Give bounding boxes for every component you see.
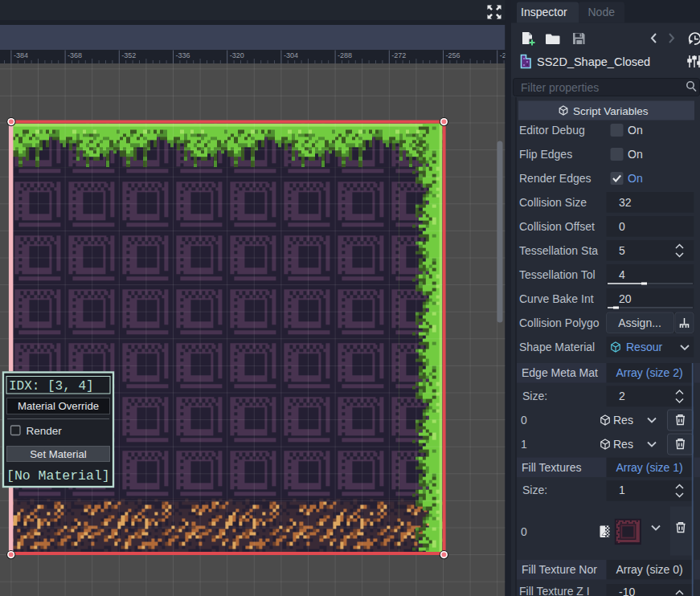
svg-text:Size:: Size: (522, 484, 547, 496)
svg-text:20: 20 (619, 292, 632, 305)
svg-text:Script Variables: Script Variables (573, 105, 649, 117)
svg-text:Collision Polygo: Collision Polygo (519, 316, 600, 329)
svg-text:On: On (628, 124, 643, 137)
svg-text:Fill Texture Nor: Fill Texture Nor (522, 563, 597, 576)
svg-text:Res: Res (613, 438, 633, 451)
svg-text:-384: -384 (14, 51, 28, 59)
svg-text:Array (size 1): Array (size 1) (616, 461, 682, 474)
svg-text:Tessellation Sta: Tessellation Sta (519, 244, 598, 257)
svg-text:Array (size 0): Array (size 0) (616, 563, 682, 576)
svg-text:Fill Textures: Fill Textures (522, 461, 581, 474)
svg-text:0: 0 (521, 414, 527, 427)
svg-text:Filter properties: Filter properties (521, 81, 599, 94)
svg-text:Collision Offset: Collision Offset (519, 220, 595, 233)
svg-text:Render: Render (27, 425, 63, 437)
svg-text:On: On (628, 172, 643, 185)
svg-text:Node: Node (588, 6, 616, 18)
svg-text:Res: Res (613, 414, 633, 427)
svg-text:Render Edges: Render Edges (519, 172, 592, 185)
svg-text:Fill Texture Z I: Fill Texture Z I (519, 585, 590, 596)
svg-text:5: 5 (619, 244, 625, 257)
svg-text:Edge Meta Mat: Edge Meta Mat (522, 366, 598, 379)
svg-text:-256: -256 (446, 51, 461, 59)
svg-text:-10: -10 (619, 586, 635, 596)
svg-text:-368: -368 (68, 51, 82, 59)
svg-text:-288: -288 (338, 51, 352, 59)
svg-text:0: 0 (521, 525, 527, 538)
svg-text:-272: -272 (391, 51, 406, 59)
svg-text:32: 32 (619, 196, 632, 209)
svg-text:Inspector: Inspector (521, 6, 567, 18)
svg-text:Collision Size: Collision Size (519, 196, 587, 209)
svg-text:On: On (628, 148, 643, 161)
svg-text:Size:: Size: (522, 390, 547, 402)
svg-text:Set Material: Set Material (30, 448, 86, 460)
svg-text:Flip Edges: Flip Edges (519, 148, 572, 161)
svg-text:-352: -352 (121, 51, 136, 59)
svg-text:Material Override: Material Override (18, 400, 99, 412)
svg-text:Editor Debug: Editor Debug (519, 124, 585, 137)
svg-text:-320: -320 (230, 51, 244, 59)
svg-text:SS2D_Shape_Closed: SS2D_Shape_Closed (537, 55, 650, 68)
svg-text:2: 2 (619, 390, 625, 402)
svg-text:0: 0 (619, 220, 625, 233)
svg-text:1: 1 (521, 438, 527, 451)
svg-text:-304: -304 (284, 51, 298, 59)
svg-text:Array (size 2): Array (size 2) (616, 366, 682, 379)
svg-text:Tessellation Tol: Tessellation Tol (519, 268, 596, 281)
svg-text:4: 4 (619, 268, 625, 281)
svg-text:Shape Material: Shape Material (519, 341, 595, 353)
svg-text:-336: -336 (176, 51, 190, 59)
svg-text:1: 1 (619, 484, 625, 496)
svg-text:Assign...: Assign... (618, 316, 661, 329)
svg-text:IDX: [3, 4]: IDX: [3, 4] (9, 379, 94, 394)
svg-text:[No Material]: [No Material] (6, 468, 110, 484)
svg-text:Resour: Resour (626, 341, 662, 353)
svg-text:Curve Bake Int: Curve Bake Int (519, 292, 594, 305)
